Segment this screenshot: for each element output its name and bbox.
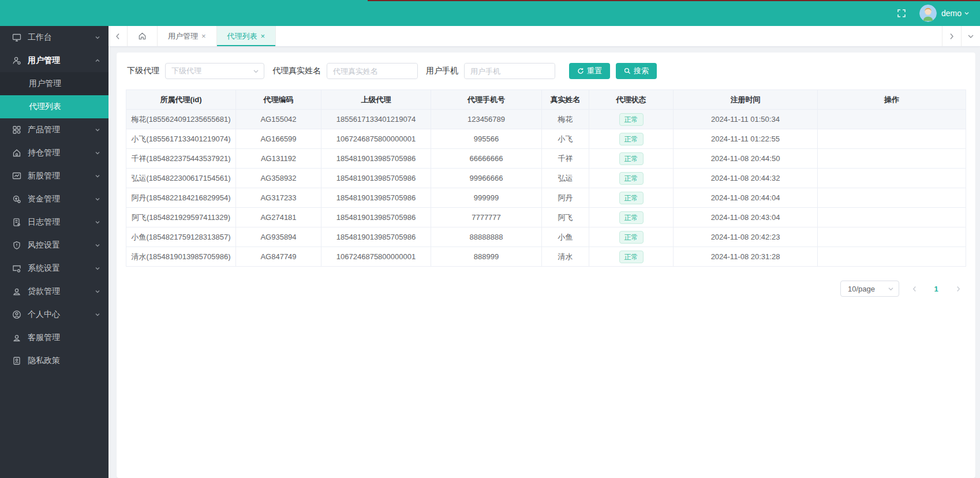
- sidebar-item-label: 产品管理: [28, 125, 95, 135]
- sub-agent-select[interactable]: 下级代理: [165, 63, 264, 79]
- table-row[interactable]: 阿飞(1854821929597411329) AG274181 1854819…: [126, 208, 966, 227]
- page-size-select[interactable]: 10/page: [840, 281, 899, 297]
- actions-cell: [818, 149, 966, 169]
- agent-code-cell: AG155042: [236, 110, 321, 129]
- sidebar-item-label: 资金管理: [28, 194, 95, 204]
- agent-real-name-field-wrap: [327, 63, 418, 79]
- top-edge-line: [368, 0, 980, 1]
- table-row[interactable]: 弘运(1854822300617154561) AG358932 1854819…: [126, 169, 966, 188]
- status-cell: 正常: [589, 208, 674, 227]
- owner-agent-cell: 千祥(1854822375443537921): [126, 149, 236, 169]
- tab-user-management[interactable]: 用户管理 ×: [158, 26, 217, 46]
- agent-phone-cell: 888999: [431, 247, 542, 267]
- table-row[interactable]: 小飞(1855617133401219074) AG166599 1067246…: [126, 129, 966, 149]
- table-row[interactable]: 阿丹(1854822184216829954) AG317233 1854819…: [126, 188, 966, 208]
- parent-agent-cell: 1067246875800000001: [321, 129, 431, 149]
- tab-agent-list[interactable]: 代理列表 ×: [217, 26, 276, 46]
- sidebar-item-customer-service[interactable]: 客服管理: [0, 326, 109, 349]
- sidebar-item-workbench[interactable]: 工作台: [0, 26, 109, 49]
- tab-home[interactable]: [128, 26, 158, 46]
- sidebar-item-label: 工作台: [28, 32, 95, 43]
- sidebar-item-user-management[interactable]: 用户管理: [0, 49, 109, 72]
- sidebar-item-log-management[interactable]: 日志管理: [0, 211, 109, 234]
- agent-code-cell: AG358932: [236, 169, 321, 188]
- agent-phone-cell: 999999: [431, 188, 542, 208]
- reset-button[interactable]: 重置: [569, 63, 610, 79]
- chevron-down-icon: [95, 289, 100, 294]
- search-icon: [624, 68, 631, 74]
- status-cell: 正常: [589, 149, 674, 169]
- monitor-gear-icon: [12, 263, 22, 274]
- username[interactable]: demo: [941, 9, 962, 18]
- chevron-up-icon: [95, 58, 100, 64]
- sidebar: 工作台 用户管理 用户管理 代理列表 产品管理 持仓: [0, 26, 109, 478]
- chevron-down-icon[interactable]: [964, 10, 970, 16]
- agent-phone-cell: 7777777: [431, 208, 542, 227]
- col-header-owner-agent: 所属代理(id): [126, 90, 236, 110]
- id-card-icon: [12, 356, 22, 366]
- sidebar-item-position-management[interactable]: 持仓管理: [0, 141, 109, 165]
- status-cell: 正常: [589, 110, 674, 129]
- user-circle-icon: [12, 309, 22, 320]
- chart-monitor-icon: [12, 171, 22, 181]
- agent-phone-cell: 99966666: [431, 169, 542, 188]
- filter-label-sub-agent: 下级代理: [127, 66, 159, 76]
- app-header: demo: [0, 0, 980, 26]
- sidebar-item-label: 系统设置: [28, 263, 95, 274]
- current-page[interactable]: 1: [929, 285, 943, 293]
- filter-bar: 下级代理 下级代理 代理真实姓名 用户手机 重置: [127, 63, 966, 79]
- search-button[interactable]: 搜索: [616, 63, 657, 79]
- sidebar-item-funds-management[interactable]: 资金管理: [0, 188, 109, 211]
- owner-agent-cell: 弘运(1854822300617154561): [126, 169, 236, 188]
- sidebar-subitem-agent-list[interactable]: 代理列表: [0, 95, 109, 118]
- prev-page-button[interactable]: [907, 281, 921, 297]
- parent-agent-cell: 1854819013985705986: [321, 188, 431, 208]
- table-header-row: 所属代理(id) 代理编码 上级代理 代理手机号 真实姓名 代理状态 注册时间 …: [126, 90, 966, 110]
- sidebar-item-product-management[interactable]: 产品管理: [0, 118, 109, 141]
- parent-agent-cell: 1854819013985705986: [321, 169, 431, 188]
- sidebar-item-loan-management[interactable]: 贷款管理: [0, 280, 109, 303]
- chevron-down-icon: [888, 286, 894, 292]
- real-name-cell: 梅花: [542, 110, 589, 129]
- agent-real-name-input[interactable]: [327, 64, 417, 79]
- close-icon[interactable]: ×: [201, 32, 206, 40]
- chevron-down-icon: [95, 127, 100, 133]
- sidebar-item-new-stock-management[interactable]: 新股管理: [0, 165, 109, 188]
- grid-icon: [12, 125, 22, 135]
- user-phone-input[interactable]: [465, 64, 555, 79]
- sidebar-item-system-settings[interactable]: 系统设置: [0, 257, 109, 280]
- sidebar-item-risk-settings[interactable]: 风控设置: [0, 234, 109, 257]
- table-row[interactable]: 千祥(1854822375443537921) AG131192 1854819…: [126, 149, 966, 169]
- register-time-cell: 2024-11-08 20:44:04: [674, 188, 818, 208]
- chevron-down-icon: [95, 219, 100, 225]
- fullscreen-icon[interactable]: [893, 5, 910, 22]
- sidebar-subitem-user-management[interactable]: 用户管理: [0, 72, 109, 95]
- tabs-scroll-left-button[interactable]: [109, 26, 128, 46]
- user-avatar[interactable]: [919, 5, 937, 22]
- reset-button-label: 重置: [587, 66, 602, 76]
- table-row[interactable]: 清水(1854819013985705986) AG847749 1067246…: [126, 247, 966, 267]
- chevron-down-icon: [95, 35, 100, 40]
- agent-code-cell: AG166599: [236, 129, 321, 149]
- register-time-cell: 2024-11-11 01:50:34: [674, 110, 818, 129]
- owner-agent-cell: 小鱼(1854821759128313857): [126, 227, 236, 247]
- close-icon[interactable]: ×: [261, 32, 265, 40]
- chevron-down-icon: [95, 242, 100, 248]
- table-row[interactable]: 梅花(1855624091235655681) AG155042 1855617…: [126, 110, 966, 129]
- col-header-parent-agent: 上级代理: [321, 90, 431, 110]
- agent-phone-cell: 995566: [431, 129, 542, 149]
- tabs-dropdown-button[interactable]: [961, 26, 980, 46]
- status-cell: 正常: [589, 247, 674, 267]
- refresh-icon: [577, 68, 584, 74]
- agent-phone-cell: 123456789: [431, 110, 542, 129]
- next-page-button[interactable]: [951, 281, 965, 297]
- table-row[interactable]: 小鱼(1854821759128313857) AG935894 1854819…: [126, 227, 966, 247]
- tabs-scroll-right-button[interactable]: [942, 26, 961, 46]
- sidebar-item-personal-center[interactable]: 个人中心: [0, 303, 109, 326]
- agent-phone-cell: 66666666: [431, 149, 542, 169]
- parent-agent-cell: 1854819013985705986: [321, 208, 431, 227]
- register-time-cell: 2024-11-08 20:43:04: [674, 208, 818, 227]
- register-time-cell: 2024-11-08 20:42:23: [674, 227, 818, 247]
- sidebar-item-label: 新股管理: [28, 171, 95, 181]
- sidebar-item-privacy-policy[interactable]: 隐私政策: [0, 349, 109, 372]
